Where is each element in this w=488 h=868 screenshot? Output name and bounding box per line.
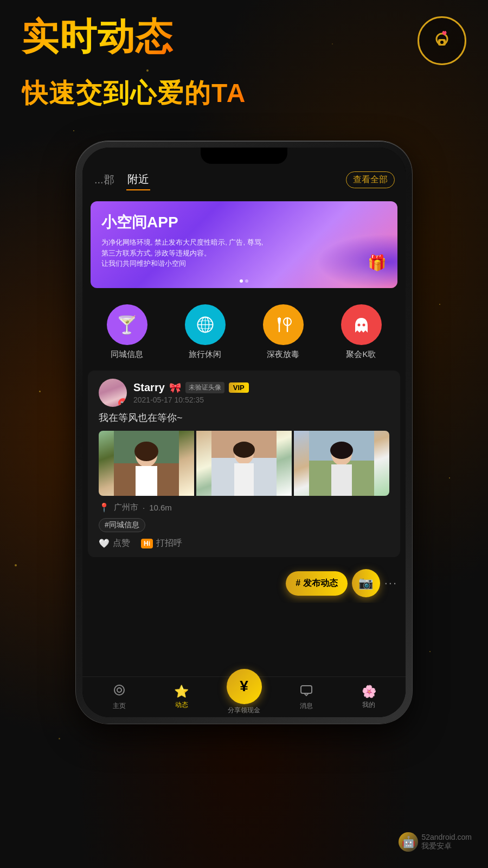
svg-rect-15 bbox=[136, 466, 157, 496]
screen-content: ...郡 附近 查看全部 小空间APP 为净化网络环境, 禁止发布大尺度性暗示,… bbox=[82, 148, 406, 603]
hi-icon: Hi bbox=[141, 539, 153, 548]
category-label-midnight: 深夜放毒 bbox=[267, 349, 299, 360]
camera-badge-icon: 📷 bbox=[118, 398, 127, 407]
ghost-icon bbox=[352, 315, 371, 334]
greet-button[interactable]: Hi 打招呼 bbox=[141, 538, 182, 549]
post-username: Starry bbox=[133, 381, 165, 394]
banner-dot-2 bbox=[245, 279, 248, 283]
post-meta: 📍 广州市 · 10.6m bbox=[99, 502, 389, 513]
greet-label: 打招呼 bbox=[156, 538, 182, 549]
post-time: 2021-05-17 10:52:35 bbox=[133, 395, 249, 404]
post-tags: #同城信息 bbox=[99, 518, 389, 532]
fork-spoon-icon bbox=[274, 315, 293, 334]
watermark: 🤖 52android.com 我爱安卓 bbox=[399, 832, 472, 852]
photo-1-svg bbox=[99, 431, 194, 496]
phone-mockup: ...郡 附近 查看全部 小空间APP 为净化网络环境, 禁止发布大尺度性暗示,… bbox=[76, 141, 412, 724]
banner-gift-icon: 🎁 bbox=[368, 254, 387, 272]
category-icon-travel bbox=[185, 304, 226, 345]
subtitle: 快速交到心爱的TA bbox=[22, 76, 246, 111]
category-midnight[interactable]: 深夜放毒 bbox=[263, 304, 304, 360]
post-image-2[interactable] bbox=[196, 431, 292, 496]
post-float-area: # 发布动态 📷 ··· bbox=[82, 564, 406, 603]
svg-point-16 bbox=[134, 442, 158, 461]
heart-icon: 🤍 bbox=[99, 538, 110, 548]
lock-heart-icon bbox=[428, 27, 455, 54]
header-area: 实时动态 bbox=[0, 16, 488, 65]
post-distance-separator: · bbox=[143, 503, 145, 512]
watermark-name: 我爱安卓 bbox=[421, 841, 472, 851]
main-title: 实时动态 bbox=[22, 16, 174, 57]
svg-rect-20 bbox=[234, 463, 254, 496]
svg-rect-25 bbox=[331, 464, 352, 496]
like-label: 点赞 bbox=[113, 538, 130, 549]
svg-point-2 bbox=[440, 41, 444, 44]
tab-nearby[interactable]: 附近 bbox=[126, 169, 150, 190]
ribbon-icon: 🎀 bbox=[169, 382, 181, 394]
svg-point-11 bbox=[362, 324, 365, 327]
photo-3-svg bbox=[294, 431, 389, 496]
category-icon-midnight bbox=[263, 304, 304, 345]
globe-icon bbox=[196, 315, 215, 334]
post-actions: 🤍 点赞 Hi 打招呼 bbox=[99, 538, 389, 549]
user-avatar[interactable]: 📷 bbox=[99, 379, 127, 407]
vip-badge: VIP bbox=[229, 382, 249, 393]
post-user-info: Starry 🎀 未验证头像 VIP 2021-05-17 10:52:35 bbox=[133, 381, 249, 404]
phone-notch bbox=[201, 148, 287, 164]
phone-outer-shell: ...郡 附近 查看全部 小空间APP 为净化网络环境, 禁止发布大尺度性暗示,… bbox=[76, 141, 412, 724]
post-content-text: 我在等风也在等你~ bbox=[99, 411, 389, 424]
banner-ad[interactable]: 小空间APP 为净化网络环境, 禁止发布大尺度性暗示, 广告, 尊骂,第三方联系… bbox=[91, 201, 397, 288]
like-button[interactable]: 🤍 点赞 bbox=[99, 538, 130, 549]
category-tongcheng[interactable]: 🍸 同城信息 bbox=[107, 304, 147, 360]
watermark-site: 52android.com bbox=[421, 833, 472, 841]
svg-point-26 bbox=[330, 442, 353, 459]
post-image-3[interactable] bbox=[294, 431, 389, 496]
category-row: 🍸 同城信息 bbox=[82, 293, 406, 371]
svg-point-10 bbox=[357, 324, 360, 327]
lock-icon-button[interactable] bbox=[418, 16, 466, 65]
post-tag-tongcheng[interactable]: #同城信息 bbox=[99, 518, 145, 532]
category-label-travel: 旅行休闲 bbox=[189, 349, 221, 360]
publish-button[interactable]: # 发布动态 bbox=[286, 571, 347, 596]
phone-inner-shell: ...郡 附近 查看全部 小空间APP 为净化网络环境, 禁止发布大尺度性暗示,… bbox=[82, 148, 406, 717]
category-label-tongcheng: 同城信息 bbox=[111, 349, 143, 360]
post-distance: 10.6m bbox=[149, 503, 172, 512]
category-travel[interactable]: 旅行休闲 bbox=[185, 304, 226, 360]
unverified-badge: 未验证头像 bbox=[185, 382, 224, 393]
category-party[interactable]: 聚会K歌 bbox=[341, 304, 382, 360]
watermark-icon: 🤖 bbox=[399, 832, 418, 852]
post-card: 📷 Starry 🎀 未验证头像 VIP 2021-05-17 10:52:35 bbox=[88, 371, 400, 557]
banner-dots bbox=[240, 279, 248, 283]
post-image-1[interactable] bbox=[99, 431, 194, 496]
category-icon-tongcheng: 🍸 bbox=[107, 304, 147, 345]
svg-point-21 bbox=[233, 442, 255, 458]
camera-float-button[interactable]: 📷 bbox=[352, 569, 380, 597]
category-icon-party bbox=[341, 304, 382, 345]
post-location: 广州市 bbox=[114, 502, 138, 513]
tab-district[interactable]: ...郡 bbox=[93, 170, 115, 190]
post-header: 📷 Starry 🎀 未验证头像 VIP 2021-05-17 10:52:35 bbox=[99, 379, 389, 407]
post-images-grid bbox=[99, 431, 389, 496]
post-username-row: Starry 🎀 未验证头像 VIP bbox=[133, 381, 249, 394]
phone-screen: ...郡 附近 查看全部 小空间APP 为净化网络环境, 禁止发布大尺度性暗示,… bbox=[82, 148, 406, 717]
location-icon: 📍 bbox=[99, 502, 110, 513]
view-all-button[interactable]: 查看全部 bbox=[346, 171, 395, 188]
more-button[interactable]: ··· bbox=[384, 576, 397, 590]
photo-2-svg bbox=[196, 431, 292, 496]
category-label-party: 聚会K歌 bbox=[346, 349, 376, 360]
banner-dot-1 bbox=[240, 279, 243, 283]
